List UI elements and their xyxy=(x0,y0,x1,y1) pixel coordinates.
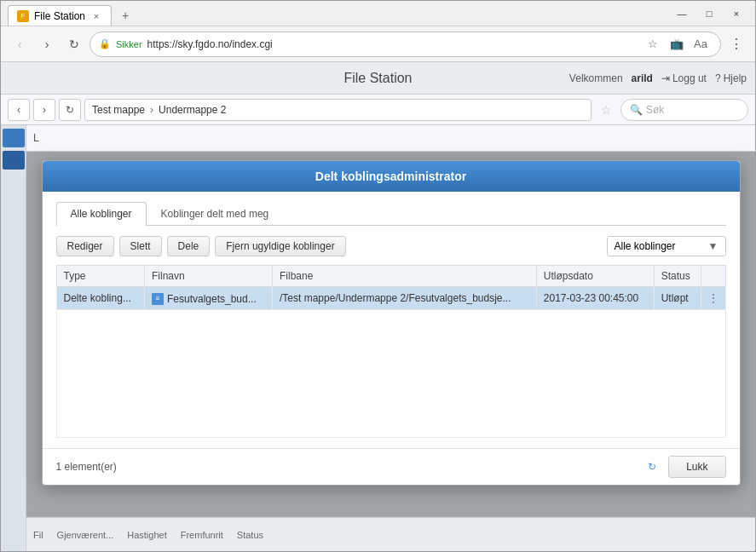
forward-button[interactable]: › xyxy=(35,32,59,56)
username: arild xyxy=(632,72,653,84)
browser-menu-button[interactable]: ⋮ xyxy=(724,32,748,56)
col-type: Type xyxy=(56,266,144,287)
modal-header: Delt koblingsadministrator xyxy=(43,161,740,192)
breadcrumb-bar: ‹ › ↻ Test mappe › Undermappe 2 ☆ 🔍 Søk xyxy=(1,95,755,125)
cell-expiry: 2017-03-23 00:45:00 xyxy=(536,287,654,310)
app-title: File Station xyxy=(343,71,412,86)
modal-toolbar: Rediger Slett Dele Fjern ugyldige koblin… xyxy=(56,236,726,256)
bottom-bar: Fil Gjenværent... Hastighet Fremfunrit S… xyxy=(26,517,755,551)
modal-tabs: Alle koblinger Koblinger delt med meg xyxy=(56,202,726,226)
new-tab-button[interactable]: + xyxy=(115,5,136,26)
help-link[interactable]: ? Hjelp xyxy=(715,72,747,84)
address-actions: ☆ 📺 Aa xyxy=(642,33,712,55)
filter-select[interactable]: Alle koblinger ▼ xyxy=(607,236,726,256)
minimize-button[interactable]: — xyxy=(670,5,694,22)
background-label-1: L xyxy=(33,132,39,144)
filter-select-arrow: ▼ xyxy=(708,240,718,252)
col-expiry: Utløpsdato xyxy=(536,266,654,287)
tab-koblinger-delt-med-meg[interactable]: Koblinger delt med meg xyxy=(147,202,284,225)
cell-status: Utløpt xyxy=(654,287,701,310)
address-bar: ‹ › ↻ 🔒 Sikker https://sky.fgdo.no/index… xyxy=(1,26,755,62)
close-button[interactable]: Lukk xyxy=(668,456,725,478)
bread-forward-button[interactable]: › xyxy=(33,99,55,121)
col-filename: Filnavn xyxy=(144,266,272,287)
delete-button[interactable]: Slett xyxy=(119,236,162,256)
file-icon: ≡ Fesutvalgets_bud... xyxy=(152,293,257,305)
close-button[interactable]: × xyxy=(724,5,748,22)
secure-label: Sikker xyxy=(116,39,142,49)
logout-label: Logg ut xyxy=(672,72,707,84)
browser-tab[interactable]: F File Station × xyxy=(8,5,112,26)
title-bar: F File Station × + — □ × xyxy=(1,1,755,26)
maximize-button[interactable]: □ xyxy=(697,5,721,22)
bread-back-button[interactable]: ‹ xyxy=(8,99,30,121)
address-input[interactable]: 🔒 Sikker https://sky.fgdo.no/index.cgi ☆… xyxy=(89,32,721,57)
cell-type: Delte kobling... xyxy=(56,287,144,310)
main-content-area: L Delt koblingsadministrator xyxy=(1,125,755,551)
bottom-col-fremfunrit: Fremfunrit xyxy=(181,530,223,540)
sidebar-item-1[interactable] xyxy=(3,129,25,147)
tab-label: File Station xyxy=(34,10,85,22)
tab-bar: F File Station × + xyxy=(8,1,670,26)
sidebar xyxy=(1,125,26,551)
welcome-text: Velkommen xyxy=(569,72,623,84)
empty-row xyxy=(56,309,725,437)
filter-select-label: Alle koblinger xyxy=(615,240,676,252)
modal-body: Alle koblinger Koblinger delt med meg Re… xyxy=(43,192,740,448)
tab-alle-koblinger[interactable]: Alle koblinger xyxy=(56,202,147,226)
cell-filename: ≡ Fesutvalgets_bud... xyxy=(144,287,272,310)
lock-icon: 🔒 xyxy=(99,38,111,49)
sidebar-item-2[interactable] xyxy=(3,151,25,170)
app-container: File Station Velkommen arild ⇥ Logg ut ?… xyxy=(1,62,755,551)
col-actions xyxy=(701,266,725,287)
table-header-row: Type Filnavn Filbane Utløpsdato Status xyxy=(56,266,725,287)
footer-refresh-button[interactable]: ↻ xyxy=(643,457,661,476)
breadcrumb-part-2[interactable]: Undermappe 2 xyxy=(159,104,226,116)
search-icon: 🔍 xyxy=(630,104,643,116)
modal-overlay: Delt koblingsadministrator Alle koblinge… xyxy=(26,152,755,517)
col-filepath: Filbane xyxy=(273,266,537,287)
share-button[interactable]: Dele xyxy=(167,236,211,256)
remove-invalid-button[interactable]: Fjern ugyldige koblinger xyxy=(215,236,345,256)
cast-button[interactable]: 📺 xyxy=(666,33,688,55)
window-frame: F File Station × + — □ × ‹ › ↻ 🔒 Sikker … xyxy=(0,0,756,552)
bottom-col-fil: Fil xyxy=(33,530,43,540)
bookmark-button[interactable]: ☆ xyxy=(642,33,664,55)
bottom-col-status: Status xyxy=(237,530,263,540)
content-area: L Delt koblingsadministrator xyxy=(26,125,755,551)
reader-button[interactable]: Aa xyxy=(690,33,712,55)
logout-icon: ⇥ xyxy=(661,72,670,84)
tab-close-button[interactable]: × xyxy=(90,10,102,22)
app-header: File Station Velkommen arild ⇥ Logg ut ?… xyxy=(1,62,755,95)
search-box[interactable]: 🔍 Søk xyxy=(620,99,748,121)
file-type-icon: ≡ xyxy=(152,293,164,305)
search-placeholder: Søk xyxy=(646,104,664,116)
breadcrumb-part-1[interactable]: Test mappe xyxy=(92,104,145,116)
address-text: https://sky.fgdo.no/index.cgi xyxy=(147,38,637,50)
help-label: Hjelp xyxy=(724,72,747,84)
logout-link[interactable]: ⇥ Logg ut xyxy=(661,72,707,84)
bread-refresh-button[interactable]: ↻ xyxy=(59,99,81,121)
modal-title: Delt koblingsadministrator xyxy=(56,170,726,183)
cell-filepath: /Test mappe/Undermappe 2/Fesutvalgets_bu… xyxy=(273,287,537,310)
app-user-area: Velkommen arild ⇥ Logg ut ? Hjelp xyxy=(569,72,747,84)
breadcrumb-separator: › xyxy=(150,104,153,116)
help-icon: ? xyxy=(715,72,721,84)
bottom-col-gjenvaerende: Gjenværent... xyxy=(57,530,114,540)
edit-button[interactable]: Rediger xyxy=(56,236,114,256)
tab-favicon: F xyxy=(17,10,29,22)
table-row[interactable]: Delte kobling... ≡ Fesutvalgets_bud... xyxy=(56,287,725,310)
modal-footer: 1 element(er) ↻ Lukk xyxy=(43,448,740,485)
window-controls: — □ × xyxy=(670,5,748,22)
filename-text: Fesutvalgets_bud... xyxy=(167,293,257,305)
refresh-button[interactable]: ↻ xyxy=(62,32,86,56)
col-status: Status xyxy=(654,266,701,287)
back-button[interactable]: ‹ xyxy=(8,32,32,56)
element-count: 1 element(er) xyxy=(56,461,117,473)
star-button[interactable]: ☆ xyxy=(595,99,617,121)
bottom-col-hastighet: Hastighet xyxy=(127,530,166,540)
cell-action-btn[interactable]: ⋮ xyxy=(701,287,725,310)
modal-dialog: Delt koblingsadministrator Alle koblinge… xyxy=(42,160,741,486)
links-table: Type Filnavn Filbane Utløpsdato Status xyxy=(56,265,726,438)
breadcrumb-path: Test mappe › Undermappe 2 xyxy=(84,99,592,121)
